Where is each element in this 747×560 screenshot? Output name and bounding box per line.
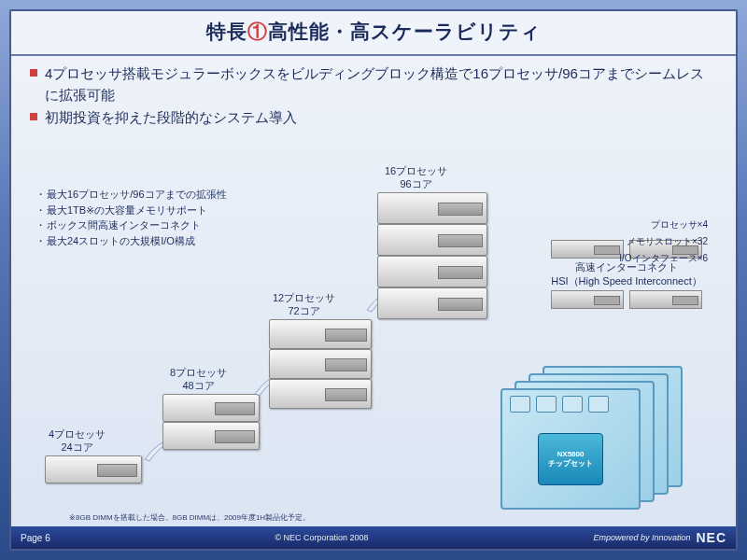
server-box	[269, 349, 372, 379]
server-box	[377, 256, 487, 287]
stack3-label: 12プロセッサ 72コア	[273, 291, 335, 318]
main-bullets: 4プロセッサ搭載モジュラーボックスをビルディングブロック構造で16プロセッサ/9…	[11, 56, 736, 134]
label-processors: プロセッサ×4	[619, 217, 708, 233]
processor-chip-icon	[510, 396, 530, 413]
tagline: Empowered by Innovation	[593, 533, 690, 542]
stack4-label: 16プロセッサ 96コア	[385, 164, 447, 191]
page-number: Page 6	[21, 533, 50, 543]
server-box	[45, 455, 142, 483]
stack4-cores: 96コア	[401, 178, 432, 189]
processor-chip-icon	[562, 396, 583, 413]
server-box	[162, 394, 260, 422]
copyright: © NEC Corporation 2008	[50, 533, 594, 542]
server-stack-2	[162, 394, 260, 450]
mini-server	[551, 290, 624, 309]
processor-chip-icon	[588, 396, 609, 413]
nec-logo: NEC	[696, 530, 726, 545]
title-prefix: 特長	[206, 21, 247, 42]
stack1-proc: 4プロセッサ	[49, 428, 106, 440]
mini-server	[629, 290, 702, 309]
chipset-icon: NX5800 チップセット	[538, 433, 603, 485]
module-board: NX5800 チップセット	[500, 388, 641, 510]
slide-title: 特長①高性能・高スケーラビリティ	[11, 19, 736, 45]
server-box	[269, 319, 372, 349]
stack2-cores: 48コア	[182, 380, 214, 391]
bullet-1: 4プロセッサ搭載モジュラーボックスをビルディングブロック構造で16プロセッサ/9…	[45, 63, 713, 105]
hsi-label-2: HSI（High Speed Interconnect）	[538, 274, 715, 288]
stack2-proc: 8プロセッサ	[170, 367, 227, 378]
footnote: ※8GB DIMMを搭載した場合。8GB DIMMは、2009年度1H製品化予定…	[69, 512, 310, 523]
server-box	[269, 379, 372, 409]
title-number: ①	[247, 21, 268, 42]
label-memory: メモリスロット×32	[619, 233, 708, 250]
processor-chip-icon	[536, 396, 557, 413]
title-main: 高性能・高スケーラビリティ	[268, 21, 542, 42]
server-box	[377, 192, 487, 224]
stack1-label: 4プロセッサ 24コア	[49, 427, 106, 455]
hsi-bottom-row	[538, 290, 715, 309]
stack3-proc: 12プロセッサ	[273, 292, 335, 303]
chipset-sub: チップセット	[548, 458, 593, 469]
scaling-diagram: 4プロセッサ 24コア 8プロセッサ 48コア 12プロセッサ 72コア	[11, 151, 736, 525]
bullet-2: 初期投資を抑えた段階的なシステム導入	[45, 107, 713, 129]
chipset-diagram: NX5800 チップセット	[500, 366, 715, 515]
chipset-name: NX5800	[557, 450, 585, 458]
stack1-cores: 24コア	[61, 441, 92, 453]
server-stack-3	[269, 319, 372, 409]
mini-server	[551, 240, 624, 259]
stack4-proc: 16プロセッサ	[385, 165, 447, 176]
server-stack-1	[45, 455, 142, 483]
slide: 特長①高性能・高スケーラビリティ 4プロセッサ搭載モジュラーボックスをビルディン…	[9, 9, 738, 551]
chipset-labels: プロセッサ×4 メモリスロット×32 I/Oインタフェース×6	[619, 217, 708, 267]
server-box	[162, 422, 260, 450]
stack3-cores: 72コア	[289, 305, 320, 316]
server-box	[377, 287, 487, 319]
title-bar: 特長①高性能・高スケーラビリティ	[11, 11, 736, 56]
footer-bar: Page 6 © NEC Corporation 2008 Empowered …	[11, 526, 736, 549]
label-io: I/Oインタフェース×6	[619, 250, 708, 267]
stack2-label: 8プロセッサ 48コア	[170, 366, 227, 393]
server-stack-4	[377, 192, 487, 319]
server-box	[377, 224, 487, 256]
